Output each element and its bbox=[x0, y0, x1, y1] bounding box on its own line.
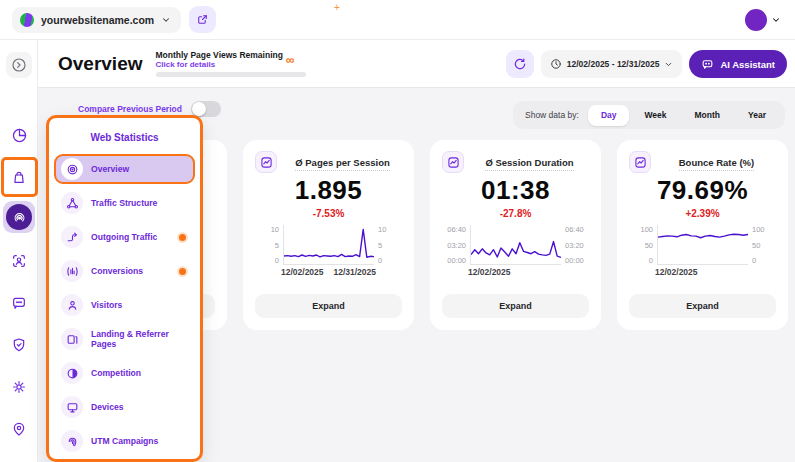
arrow-right-circle-icon bbox=[11, 57, 27, 73]
y-tick: 100 bbox=[752, 225, 776, 234]
card-title: Ø Session Duration bbox=[470, 157, 589, 168]
menu-item-label: Visitors bbox=[91, 300, 122, 310]
expand-button[interactable]: Expand bbox=[255, 294, 402, 318]
menu-item-traffic-structure[interactable]: Traffic Structure bbox=[56, 188, 193, 218]
x-axis-label: 12/02/2025 bbox=[468, 267, 511, 277]
menu-item-label: Conversions bbox=[91, 266, 143, 276]
y-tick: 00:00 bbox=[442, 256, 466, 265]
y-tick: 5 bbox=[378, 241, 402, 250]
plus-mark: + bbox=[334, 2, 340, 13]
shield-icon bbox=[11, 337, 27, 353]
expand-button[interactable]: Expand bbox=[629, 294, 776, 318]
rail-item-analytics[interactable] bbox=[6, 122, 32, 148]
tab-month[interactable]: Month bbox=[682, 105, 734, 126]
external-link-icon bbox=[196, 13, 209, 26]
panel-title: Web Statistics bbox=[54, 123, 195, 154]
chat-icon bbox=[11, 295, 27, 311]
y-tick: 0 bbox=[255, 256, 279, 265]
chevron-down-icon bbox=[161, 15, 171, 25]
tab-year[interactable]: Year bbox=[735, 105, 779, 126]
menu-item-overview[interactable]: Overview bbox=[54, 154, 195, 184]
rail-item-audience[interactable] bbox=[6, 248, 32, 274]
compare-label: Compare Previous Period bbox=[78, 104, 182, 114]
tab-day[interactable]: Day bbox=[588, 105, 630, 126]
clock-icon bbox=[550, 58, 562, 70]
rail-item-security[interactable] bbox=[6, 332, 32, 358]
y-tick: 100 bbox=[629, 225, 653, 234]
y-tick: 0 bbox=[629, 256, 653, 265]
share-nodes-icon bbox=[61, 192, 83, 214]
shopping-bag-icon bbox=[11, 169, 27, 185]
x-axis-label: 12/02/2025 bbox=[281, 267, 324, 277]
gear-icon bbox=[11, 379, 27, 395]
menu-item-outgoing-traffic[interactable]: Outgoing Traffic bbox=[56, 222, 193, 252]
menu-item-devices[interactable]: Devices bbox=[56, 392, 193, 422]
rail-item-local[interactable] bbox=[6, 416, 32, 442]
site-favicon-icon bbox=[20, 13, 34, 27]
menu-item-visitors[interactable]: Visitors bbox=[56, 290, 193, 320]
user-icon bbox=[61, 294, 83, 316]
menu-item-label: Landing & Referrer Pages bbox=[91, 329, 188, 349]
expand-button[interactable]: Expand bbox=[442, 294, 589, 318]
rail-item-ecommerce[interactable] bbox=[6, 164, 32, 190]
header-actions: 12/02/2025 - 12/31/2025 AI Assistant bbox=[506, 50, 787, 78]
sidebar-expand-button[interactable] bbox=[6, 52, 32, 78]
user-focus-icon bbox=[11, 253, 27, 269]
open-site-button[interactable] bbox=[189, 6, 216, 33]
web-statistics-panel: Web Statistics Overview Traffic Structur… bbox=[46, 115, 203, 462]
quota-details-link[interactable]: Click for details bbox=[156, 60, 308, 69]
chart-line-icon bbox=[629, 151, 651, 173]
card-delta: +2.39% bbox=[629, 208, 776, 220]
y-tick: 50 bbox=[752, 241, 776, 250]
y-tick: 0 bbox=[378, 256, 402, 265]
menu-item-conversions[interactable]: Conversions bbox=[56, 256, 193, 286]
y-tick: 50 bbox=[629, 241, 653, 250]
card-value: 1.895 bbox=[255, 175, 402, 206]
show-data-by-label: Show data by: bbox=[525, 110, 579, 120]
menu-item-label: Outgoing Traffic bbox=[91, 232, 157, 242]
refresh-icon bbox=[513, 57, 527, 71]
user-menu[interactable] bbox=[741, 5, 785, 35]
menu-item-landing-referrer-pages[interactable]: Landing & Referrer Pages bbox=[56, 324, 193, 354]
mini-chart bbox=[657, 225, 748, 265]
y-tick: 5 bbox=[255, 241, 279, 250]
rail-item-settings[interactable] bbox=[6, 374, 32, 400]
topbar: yourwebsitename.com + bbox=[0, 0, 795, 40]
chart-line-icon bbox=[255, 151, 277, 173]
y-tick: 03:20 bbox=[442, 241, 466, 250]
avatar bbox=[745, 9, 767, 31]
menu-item-utm-campaigns[interactable]: UTM Campaigns bbox=[56, 426, 193, 456]
ai-assistant-button[interactable]: AI Assistant bbox=[689, 50, 787, 78]
chart-line-icon bbox=[442, 151, 464, 173]
notification-dot bbox=[179, 268, 186, 275]
infinity-badge: ∞ bbox=[286, 53, 295, 67]
page-header: Overview Monthly Page Views Remaining Cl… bbox=[38, 40, 795, 88]
fingerprint-icon bbox=[61, 430, 83, 452]
y-tick: 03:20 bbox=[565, 241, 589, 250]
refresh-button[interactable] bbox=[506, 50, 534, 78]
rail-item-web-statistics[interactable] bbox=[3, 201, 35, 233]
half-circle-icon bbox=[61, 362, 83, 384]
y-tick: 00:00 bbox=[565, 256, 589, 265]
menu-item-competition[interactable]: Competition bbox=[56, 358, 193, 388]
chat-bubble-icon bbox=[701, 58, 714, 71]
date-range-picker[interactable]: 12/02/2025 - 12/31/2025 bbox=[541, 50, 683, 78]
card-delta: -27.8% bbox=[442, 208, 589, 220]
tab-week[interactable]: Week bbox=[631, 105, 679, 126]
toggle-knob bbox=[192, 102, 206, 116]
route-icon bbox=[61, 226, 83, 248]
y-tick: 10 bbox=[378, 225, 402, 234]
x-axis-label: 12/31/2025 bbox=[333, 267, 376, 277]
y-tick: 06:40 bbox=[442, 225, 466, 234]
quota-title: Monthly Page Views Remaining bbox=[156, 50, 308, 60]
card-value: 79.69% bbox=[629, 175, 776, 206]
y-tick: 06:40 bbox=[565, 225, 589, 234]
y-tick: 10 bbox=[255, 225, 279, 234]
target-icon bbox=[61, 158, 83, 180]
show-data-by-control: Show data by: Day Week Month Year bbox=[513, 101, 785, 129]
stat-card-bounce-rate: Bounce Rate (%) 79.69% +2.39% 100 50 0 1… bbox=[617, 140, 788, 330]
site-selector[interactable]: yourwebsitename.com bbox=[12, 7, 181, 33]
chevron-down-icon bbox=[771, 15, 781, 25]
location-user-icon bbox=[11, 421, 27, 437]
rail-item-feedback[interactable] bbox=[6, 290, 32, 316]
